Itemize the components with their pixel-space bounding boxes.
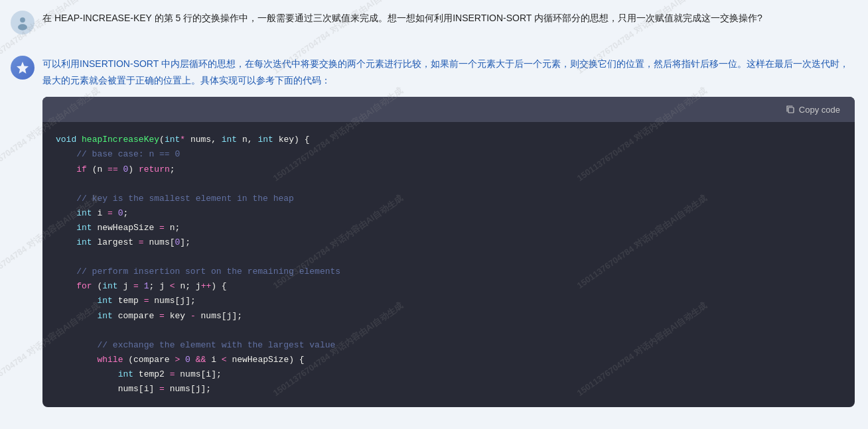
answer-content: 可以利用INSERTION-SORT 中内层循环的思想，在每次迭代中将要交换的两…: [42, 56, 855, 407]
user-avatar: [11, 11, 35, 34]
svg-point-2: [18, 24, 27, 30]
question-text: 在 HEAP-INCREASE-KEY 的第 5 行的交换操作中，一般需要通过三…: [42, 11, 855, 27]
code-content: void heapIncreaseKey(int* nums, int n, i…: [56, 133, 841, 397]
svg-point-1: [20, 17, 25, 23]
bot-avatar: [11, 56, 35, 80]
code-body: void heapIncreaseKey(int* nums, int n, i…: [42, 122, 855, 407]
copy-code-button[interactable]: Copy code: [782, 103, 844, 116]
code-block: Copy code void heapIncreaseKey(int* nums…: [42, 97, 855, 407]
chat-container: 在 HEAP-INCREASE-KEY 的第 5 行的交换操作中，一般需要通过三…: [0, 0, 868, 429]
answer-text: 可以利用INSERTION-SORT 中内层循环的思想，在每次迭代中将要交换的两…: [42, 56, 855, 89]
copy-label: Copy code: [799, 105, 840, 115]
answer-row: 可以利用INSERTION-SORT 中内层循环的思想，在每次迭代中将要交换的两…: [0, 45, 868, 418]
copy-icon: [786, 105, 795, 114]
code-header: Copy code: [42, 97, 855, 122]
svg-rect-3: [788, 107, 794, 113]
question-row: 在 HEAP-INCREASE-KEY 的第 5 行的交换操作中，一般需要通过三…: [0, 0, 868, 45]
